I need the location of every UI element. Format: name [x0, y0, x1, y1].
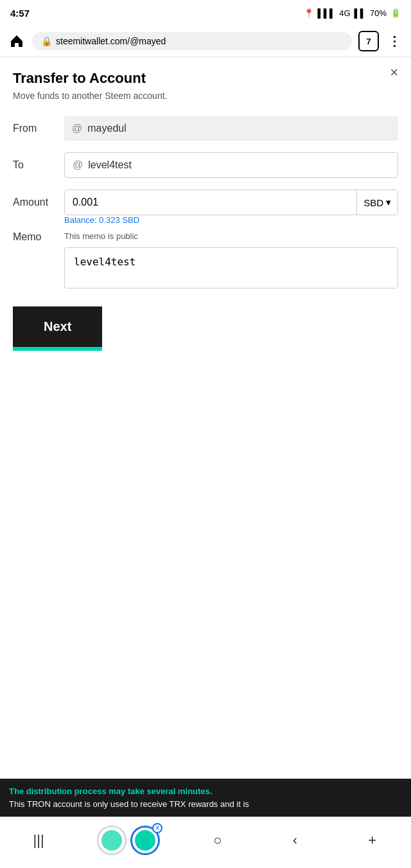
from-input[interactable] — [87, 123, 390, 134]
nav-add-icon: + — [368, 832, 376, 849]
to-label: To — [13, 159, 58, 171]
amount-input-wrap: SBD ▾ — [64, 190, 398, 215]
nav-home-icon: ○ — [213, 832, 222, 849]
tab-circles: ✕ — [97, 826, 160, 855]
to-at-symbol: @ — [73, 159, 83, 171]
nav-menu-icon: ||| — [33, 832, 44, 849]
amount-section: Amount SBD ▾ Balance: 0.323 SBD — [13, 190, 398, 225]
from-input-wrap: @ — [64, 116, 398, 141]
bottom-notification: The distribution process may take severa… — [0, 779, 411, 817]
nav-back-icon: ‹ — [293, 832, 297, 849]
from-at-symbol: @ — [72, 123, 82, 134]
next-button-wrap: Next — [13, 306, 398, 347]
browser-bar: 🔒 steemitwallet.com/@mayed 7 ⋮ — [0, 26, 411, 57]
memo-section: Memo This memo is public — [13, 231, 398, 288]
notification-body: This TRON account is only used to receiv… — [9, 798, 402, 811]
close-button[interactable]: × — [390, 64, 398, 81]
home-button[interactable] — [8, 32, 26, 50]
tab-circle-2-inner — [135, 830, 155, 851]
amount-row: Amount SBD ▾ — [13, 190, 398, 215]
battery-icon: 70% — [370, 8, 387, 18]
nav-home-button[interactable]: ○ — [198, 824, 237, 856]
status-bar: 4:57 📍 ▌▌▌ 4G ▌▌ 70% 🔋 — [0, 0, 411, 26]
memo-row: Memo This memo is public — [13, 231, 398, 288]
tab-count-button[interactable]: 7 — [358, 31, 379, 51]
amount-label: Amount — [13, 197, 58, 208]
chevron-down-icon: ▾ — [386, 197, 391, 208]
status-time: 4:57 — [10, 8, 30, 19]
next-button[interactable]: Next — [13, 306, 102, 347]
nav-back-button[interactable]: ‹ — [275, 824, 314, 856]
tab-circle-1-inner — [101, 830, 122, 851]
address-bar[interactable]: 🔒 steemitwallet.com/@mayed — [32, 32, 352, 50]
memo-input[interactable] — [64, 247, 398, 288]
to-input-wrap: @ — [64, 152, 398, 178]
nav-bar: ||| ✕ ○ ‹ + — [0, 817, 411, 868]
network-icon: 4G — [339, 8, 350, 18]
from-label: From — [13, 123, 58, 134]
to-row: To @ — [13, 152, 398, 178]
from-row: From @ — [13, 116, 398, 141]
signal-icon: ▌▌▌ — [318, 8, 336, 18]
signal2-icon: ▌▌ — [354, 8, 366, 18]
memo-label: Memo — [13, 231, 58, 243]
nav-menu-button[interactable]: ||| — [19, 824, 58, 856]
tab-circle-wrap-2: ✕ — [130, 826, 160, 855]
tab-count: 7 — [366, 37, 371, 46]
page-content: Transfer to Account Move funds to anothe… — [0, 57, 411, 360]
lock-icon: 🔒 — [41, 36, 52, 46]
tab-close-badge[interactable]: ✕ — [152, 823, 162, 833]
page-subtitle: Move funds to another Steem account. — [13, 91, 398, 101]
to-input[interactable] — [88, 159, 390, 171]
url-text: steemitwallet.com/@mayed — [56, 36, 166, 46]
notification-highlight: The distribution process may take severa… — [9, 785, 402, 798]
balance-text: Balance: 0.323 SBD — [64, 215, 398, 225]
location-icon: 📍 — [304, 8, 314, 18]
page-title: Transfer to Account — [13, 70, 398, 87]
tab-circle-1[interactable] — [97, 826, 127, 855]
status-icons: 📍 ▌▌▌ 4G ▌▌ 70% 🔋 — [304, 8, 401, 18]
amount-input[interactable] — [65, 190, 356, 215]
battery-symbol: 🔋 — [390, 8, 401, 18]
memo-public-note: This memo is public — [64, 231, 398, 241]
browser-menu-button[interactable]: ⋮ — [385, 33, 403, 49]
currency-value: SBD — [363, 197, 383, 208]
currency-select[interactable]: SBD ▾ — [356, 190, 398, 215]
nav-add-button[interactable]: + — [353, 824, 392, 856]
